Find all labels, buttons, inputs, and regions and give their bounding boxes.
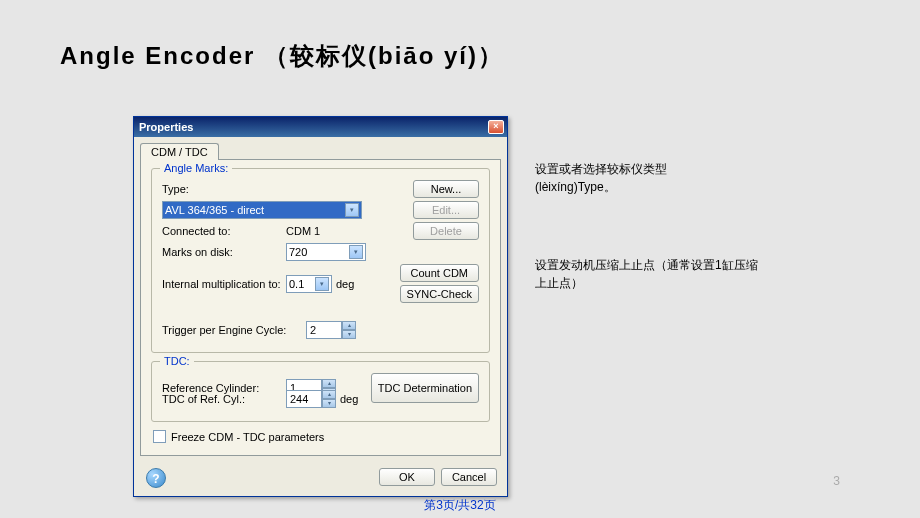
chevron-down-icon[interactable]: ▾ [322, 399, 336, 408]
slide-title: Angle Encoder （较标仪(biāo yí)） [60, 40, 504, 72]
freeze-label: Freeze CDM - TDC parameters [171, 431, 324, 443]
delete-button[interactable]: Delete [413, 222, 479, 240]
freeze-checkbox-row[interactable]: Freeze CDM - TDC parameters [153, 430, 490, 443]
unit-deg: deg [336, 278, 354, 290]
dialog-footer: OK Cancel [134, 462, 507, 496]
freeze-checkbox[interactable] [153, 430, 166, 443]
chevron-down-icon: ▾ [345, 203, 359, 217]
annotation-type: 设置或者选择较标仪类型(lèixíng)Type。 [535, 160, 735, 196]
label-marks: Marks on disk: [162, 246, 282, 258]
tdc-ref-input[interactable] [286, 390, 322, 408]
chevron-up-icon[interactable]: ▴ [322, 390, 336, 399]
type-select-value: AVL 364/365 - direct [165, 204, 264, 216]
trigger-input[interactable] [306, 321, 342, 339]
annotation-tdc: 设置发动机压缩上止点（通常设置1缸压缩上止点） [535, 256, 765, 292]
legend-angle-marks: Angle Marks: [160, 162, 232, 174]
chevron-down-icon[interactable]: ▾ [342, 330, 356, 339]
type-select[interactable]: AVL 364/365 - direct ▾ [162, 201, 362, 219]
internal-select[interactable]: 0.1 ▾ [286, 275, 332, 293]
marks-select-value: 720 [289, 246, 307, 258]
chevron-up-icon[interactable]: ▴ [342, 321, 356, 330]
label-trigger: Trigger per Engine Cycle: [162, 324, 302, 336]
sync-check-button[interactable]: SYNC-Check [400, 285, 479, 303]
ok-button[interactable]: OK [379, 468, 435, 486]
page-number: 3 [833, 474, 840, 488]
legend-tdc: TDC: [160, 355, 194, 367]
chevron-down-icon: ▾ [315, 277, 329, 291]
tab-strip: CDM / TDC [134, 137, 507, 159]
count-cdm-button[interactable]: Count CDM [400, 264, 479, 282]
label-connected: Connected to: [162, 225, 282, 237]
chevron-down-icon: ▾ [349, 245, 363, 259]
tab-cdm-tdc[interactable]: CDM / TDC [140, 143, 219, 160]
fieldset-angle-marks: Angle Marks: Type: New... AVL 364/365 - … [151, 168, 490, 353]
dialog-titlebar: Properties × [134, 117, 507, 137]
tdc-ref-spinner[interactable]: ▴▾ [286, 390, 336, 408]
internal-select-value: 0.1 [289, 278, 304, 290]
tab-content: Angle Marks: Type: New... AVL 364/365 - … [140, 159, 501, 456]
tdc-determination-button[interactable]: TDC Determination [371, 373, 479, 403]
trigger-spinner[interactable]: ▴▾ [306, 321, 356, 339]
close-icon[interactable]: × [488, 120, 504, 134]
edit-button[interactable]: Edit... [413, 201, 479, 219]
cancel-button[interactable]: Cancel [441, 468, 497, 486]
new-button[interactable]: New... [413, 180, 479, 198]
help-icon[interactable]: ? [146, 468, 166, 488]
properties-dialog: Properties × CDM / TDC Angle Marks: Type… [133, 116, 508, 497]
unit-deg: deg [340, 393, 358, 405]
fieldset-tdc: TDC: Reference Cylinder: ▴▾ TDC Determin… [151, 361, 490, 422]
chevron-up-icon[interactable]: ▴ [322, 379, 336, 388]
label-type: Type: [162, 183, 282, 195]
dialog-title: Properties [139, 121, 193, 133]
page-footer: 第3页/共32页 [424, 497, 495, 514]
marks-select[interactable]: 720 ▾ [286, 243, 366, 261]
label-tdc-ref: TDC of Ref. Cyl.: [162, 393, 282, 405]
label-internal: Internal multiplication to: [162, 278, 282, 290]
value-connected: CDM 1 [286, 225, 346, 237]
